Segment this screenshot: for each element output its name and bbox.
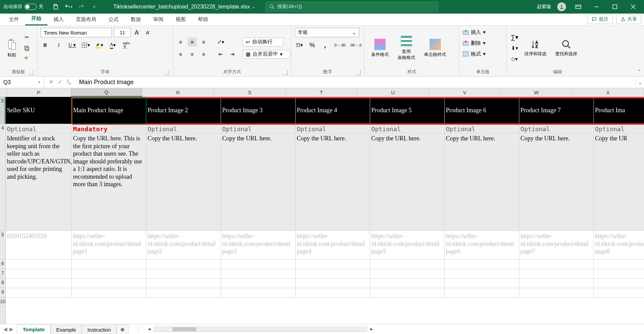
column-headers[interactable]: PQRSTUVWX: [0, 88, 644, 97]
fill-icon[interactable]: ⬇▾: [510, 44, 519, 53]
cell[interactable]: Identifier of a stock keeping unit from …: [6, 133, 72, 231]
cell[interactable]: [6, 279, 72, 288]
cell[interactable]: [72, 269, 146, 278]
cell[interactable]: Optional: [146, 124, 221, 133]
cell[interactable]: [370, 288, 445, 297]
cell[interactable]: [221, 260, 296, 269]
cell[interactable]: [370, 279, 445, 288]
align-bottom-icon[interactable]: ≡: [199, 38, 208, 46]
maximize-icon[interactable]: [609, 1, 621, 13]
wrap-text-button[interactable]: ↩自动换行: [243, 38, 283, 46]
row-header[interactable]: 6: [0, 260, 5, 269]
dialog-launcher-icon[interactable]: [356, 70, 361, 75]
cell[interactable]: 6920152401020: [6, 231, 72, 259]
align-center-icon[interactable]: ≡: [188, 50, 197, 59]
tab-layout[interactable]: 页面布局: [70, 14, 102, 25]
cell[interactable]: https://seller-id.tiktok.com/product/det…: [445, 231, 519, 259]
cell[interactable]: [370, 269, 445, 278]
row-header[interactable]: 8: [0, 279, 5, 288]
row-header[interactable]: 3: [0, 97, 5, 124]
fill-color-icon[interactable]: ▾: [95, 41, 104, 50]
italic-icon[interactable]: I: [54, 41, 63, 50]
increase-font-icon[interactable]: Aˆ: [133, 28, 142, 37]
dialog-launcher-icon[interactable]: [283, 70, 288, 75]
share-button[interactable]: 共享: [616, 15, 641, 24]
tab-formula[interactable]: 公式: [102, 14, 125, 25]
formula-input[interactable]: Main Product Image: [76, 79, 636, 86]
cell[interactable]: [594, 279, 644, 288]
fx-icon[interactable]: fx: [67, 79, 71, 86]
sheet-tab-example[interactable]: Example: [51, 325, 82, 334]
bold-icon[interactable]: B: [41, 41, 49, 50]
row-header[interactable]: 10: [0, 298, 5, 307]
row-header[interactable]: 7: [0, 269, 5, 279]
column-header[interactable]: V: [429, 88, 501, 97]
cell[interactable]: [445, 279, 519, 288]
number-format-combo[interactable]: 常规⌄: [295, 28, 359, 37]
column-header[interactable]: R: [142, 88, 214, 97]
comments-button[interactable]: 批注: [587, 15, 613, 24]
hscrollbar-thumb[interactable]: [173, 327, 196, 331]
cell[interactable]: Seller SKU: [6, 97, 72, 124]
row-headers[interactable]: 345678910: [0, 97, 6, 324]
clear-icon[interactable]: ◇▾: [510, 55, 519, 63]
cells-area[interactable]: Seller SKUMain Product ImageProduct Imag…: [6, 97, 644, 324]
minimize-icon[interactable]: [590, 1, 603, 13]
decrease-decimal-icon[interactable]: .00→.0: [349, 41, 361, 50]
close-icon[interactable]: [627, 1, 639, 13]
cell[interactable]: [519, 269, 594, 278]
cell[interactable]: Copy the URL here.: [519, 133, 594, 231]
cell[interactable]: Optional: [370, 124, 445, 133]
cell[interactable]: https://seller-id.tiktok.com/product/det…: [370, 231, 445, 259]
cell[interactable]: [221, 269, 296, 278]
qat-overflow-icon[interactable]: ▿: [90, 3, 98, 11]
cut-icon[interactable]: ✂: [22, 33, 31, 42]
cell[interactable]: [594, 260, 644, 269]
document-title[interactable]: Tiktoksellercenter_batchupload_20230228_…: [103, 4, 265, 10]
expand-formula-bar-icon[interactable]: ⌄: [636, 79, 644, 85]
cell[interactable]: https://seller-id.tiktok.com/product/det…: [594, 231, 644, 259]
cell[interactable]: [6, 269, 72, 278]
orientation-icon[interactable]: ⤢▾: [216, 38, 225, 46]
cell[interactable]: Product Image 3: [221, 97, 296, 124]
sheet-nav-next-icon[interactable]: ▶: [9, 326, 14, 332]
border-icon[interactable]: ▾: [81, 41, 90, 50]
cell[interactable]: [445, 269, 519, 278]
font-color-icon[interactable]: A▾: [108, 41, 117, 50]
cell[interactable]: Product Image 2: [146, 97, 221, 124]
format-painter-icon[interactable]: [22, 55, 31, 63]
cell[interactable]: Copy the URL here. This is the first pic…: [72, 133, 146, 231]
increase-indent-icon[interactable]: ⇥: [228, 50, 237, 59]
cell[interactable]: Product Image 6: [445, 97, 519, 124]
cell[interactable]: https://seller-id.tiktok.com/product/det…: [296, 231, 370, 259]
cell[interactable]: [6, 288, 72, 297]
cell[interactable]: Optional: [6, 124, 72, 133]
cell[interactable]: [72, 260, 146, 269]
decrease-font-icon[interactable]: Aˇ: [144, 28, 153, 37]
cell[interactable]: Product Image 5: [370, 97, 445, 124]
conditional-format-button[interactable]: 条件格式: [368, 39, 392, 58]
cell[interactable]: [296, 260, 370, 269]
row-header[interactable]: 4: [0, 124, 5, 231]
cell[interactable]: Optional: [594, 124, 644, 133]
cell[interactable]: [296, 279, 370, 288]
column-header[interactable]: X: [572, 88, 644, 97]
tab-file[interactable]: 文件: [3, 14, 25, 25]
cell[interactable]: Copy the URL here.: [445, 133, 519, 231]
align-top-icon[interactable]: ≡: [176, 38, 185, 46]
align-middle-icon[interactable]: ≡: [188, 38, 197, 46]
font-size-combo[interactable]: 11: [114, 28, 131, 37]
comma-icon[interactable]: ,: [321, 41, 329, 50]
cell[interactable]: https://seller-id.tiktok.com/product/det…: [519, 231, 594, 259]
underline-icon[interactable]: U ▾: [68, 41, 77, 50]
copy-icon[interactable]: [22, 44, 31, 53]
cell[interactable]: Copy the URL here.: [146, 133, 221, 231]
column-header[interactable]: Q: [71, 88, 142, 97]
cell[interactable]: Product Image 4: [296, 97, 370, 124]
phonetic-icon[interactable]: wén 文: [122, 41, 131, 50]
decrease-indent-icon[interactable]: ⇤: [216, 50, 225, 59]
cell[interactable]: [519, 288, 594, 297]
cell[interactable]: https://seller-id.tiktok.com/product/det…: [221, 231, 296, 259]
user-avatar[interactable]: [557, 2, 566, 11]
column-header[interactable]: P: [7, 88, 71, 97]
